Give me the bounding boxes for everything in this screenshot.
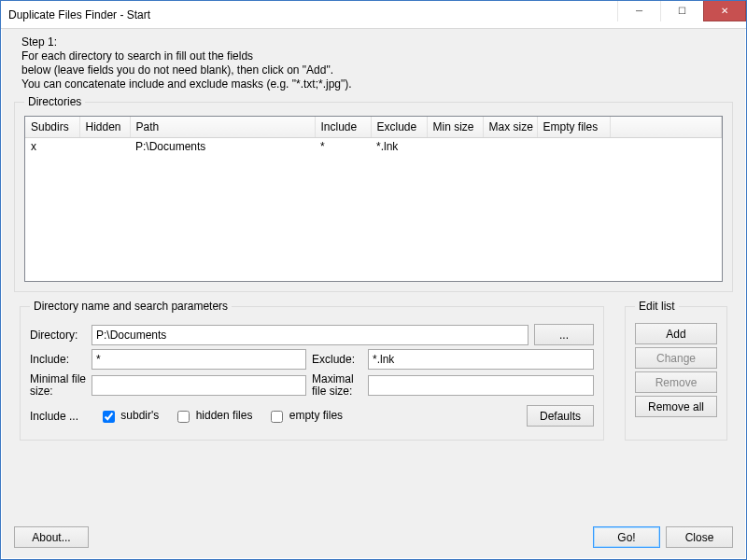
col-spacer (610, 117, 722, 137)
col-hidden[interactable]: Hidden (79, 117, 130, 137)
empty-checkbox-label: empty files (289, 409, 343, 422)
col-maxsize[interactable]: Max size (483, 117, 537, 137)
step-line: For each directory to search in fill out… (21, 49, 735, 63)
directories-group: Directories Subdirs Hidden Path Include (14, 95, 733, 292)
hidden-checkbox-wrap[interactable]: hidden files (177, 409, 252, 422)
exclude-input[interactable] (368, 349, 594, 370)
cell-empty (537, 137, 610, 155)
window-title: Duplicate Files Finder - Start (8, 8, 617, 21)
cell-include: * (315, 137, 371, 155)
step-line: below (leave fields you do not need blan… (21, 63, 735, 77)
minsize-label: Minimal file size: (30, 373, 86, 398)
include-options-label: Include ... (30, 410, 97, 423)
directory-label: Directory: (30, 329, 86, 342)
hidden-checkbox[interactable] (177, 411, 190, 423)
col-empty[interactable]: Empty files (537, 117, 610, 137)
directories-legend: Directories (24, 95, 85, 108)
empty-checkbox[interactable] (271, 411, 283, 423)
go-button[interactable]: Go! (593, 526, 660, 548)
cell-maxsize (483, 137, 537, 155)
cell-minsize (427, 137, 483, 155)
col-include[interactable]: Include (315, 117, 371, 137)
subdirs-checkbox-wrap[interactable]: subdir's (103, 409, 159, 422)
browse-button[interactable]: ... (534, 324, 594, 345)
cell-exclude: *.lnk (371, 137, 427, 155)
change-button[interactable]: Change (635, 347, 717, 369)
params-legend: Directory name and search parameters (30, 300, 232, 313)
window-maximize-button[interactable]: ☐ (660, 1, 703, 21)
cell-hidden (79, 137, 130, 155)
editlist-legend: Edit list (635, 300, 679, 313)
window-close-button[interactable]: ✕ (703, 1, 746, 21)
editlist-group: Edit list Add Change Remove Remove all (625, 300, 727, 441)
remove-all-button[interactable]: Remove all (635, 396, 717, 417)
table-row[interactable]: x P:\Documents * *.lnk (25, 137, 722, 155)
subdirs-checkbox-label: subdir's (120, 409, 159, 422)
window-minimize-button[interactable]: ─ (617, 1, 660, 21)
col-minsize[interactable]: Min size (427, 117, 483, 137)
remove-button[interactable]: Remove (635, 371, 717, 393)
subdirs-checkbox[interactable] (103, 411, 115, 423)
about-button[interactable]: About... (14, 526, 89, 548)
cell-subdirs: x (25, 137, 79, 155)
hidden-checkbox-label: hidden files (196, 409, 253, 422)
minsize-input[interactable] (92, 375, 306, 396)
directories-table[interactable]: Subdirs Hidden Path Include Exclude Min … (24, 116, 723, 282)
add-button[interactable]: Add (635, 323, 717, 344)
step-line: You can concatenate include and exclude … (21, 77, 735, 91)
col-subdirs[interactable]: Subdirs (25, 117, 79, 137)
col-exclude[interactable]: Exclude (371, 117, 427, 137)
close-button[interactable]: Close (666, 526, 733, 548)
col-path[interactable]: Path (130, 117, 315, 137)
defaults-button[interactable]: Defaults (527, 405, 594, 427)
maxsize-label: Maximal file size: (312, 373, 362, 398)
step-heading: Step 1: (21, 35, 735, 49)
empty-checkbox-wrap[interactable]: empty files (271, 409, 343, 422)
include-input[interactable] (92, 349, 306, 370)
cell-path: P:\Documents (130, 137, 315, 155)
include-label: Include: (30, 353, 86, 366)
params-group: Directory name and search parameters Dir… (20, 300, 604, 441)
exclude-label: Exclude: (312, 353, 362, 366)
maxsize-input[interactable] (368, 375, 594, 396)
directory-input[interactable] (92, 325, 529, 345)
step-instructions: Step 1: For each directory to search in … (21, 35, 735, 91)
